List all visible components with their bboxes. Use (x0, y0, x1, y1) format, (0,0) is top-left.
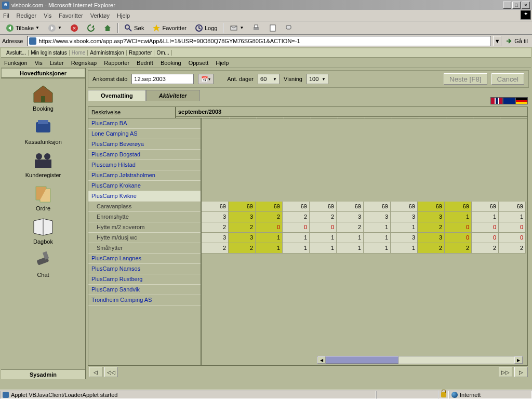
sidebar-sysadmin[interactable]: Sysadmin (1, 369, 85, 379)
days-select[interactable]: 60▼ (258, 74, 280, 84)
resource-row[interactable]: Enromshytte (88, 212, 201, 222)
value-cell[interactable]: 0 (472, 233, 499, 243)
sidebar-item-kunderegister[interactable]: Kunderegister (17, 149, 69, 178)
breadcrumb-item[interactable]: Rapporter (127, 50, 154, 56)
mail-button[interactable]: ▼ (226, 22, 247, 34)
appmenu-item[interactable]: Hjelp (216, 60, 229, 66)
sidebar-item-booking[interactable]: Booking (17, 83, 69, 112)
value-cell[interactable]: 3 (229, 212, 256, 222)
calendar-button[interactable]: 📅▾ (198, 74, 214, 84)
property-row[interactable]: PlusCamp Namsos (88, 264, 201, 274)
property-row[interactable]: Trondheim Camping AS (88, 295, 201, 305)
value-cell[interactable]: 1 (310, 243, 337, 253)
refresh-button[interactable] (83, 22, 99, 34)
value-cell[interactable]: 3 (202, 212, 229, 222)
back-button[interactable]: Tilbake ▼ (2, 22, 43, 34)
menu-tools[interactable]: Verktøy (90, 12, 110, 19)
value-cell[interactable]: 69 (310, 202, 337, 211)
property-row[interactable]: PlusCamp BA (88, 118, 201, 129)
appmenu-item[interactable]: Bedrift (137, 60, 153, 66)
appmenu-item[interactable]: Regnskap (71, 60, 97, 66)
value-cell[interactable]: 69 (202, 202, 229, 211)
property-row[interactable]: PlusCamp Langnes (88, 254, 201, 264)
value-cell[interactable]: 0 (310, 222, 337, 232)
appmenu-item[interactable]: Funksjon (4, 60, 28, 66)
cancel-button[interactable]: Cancel (491, 73, 525, 85)
value-cell[interactable]: 2 (499, 243, 526, 253)
value-cell[interactable]: 1 (391, 222, 418, 232)
menu-file[interactable]: Fil (3, 12, 9, 19)
value-cell[interactable]: 1 (364, 222, 391, 232)
value-cell[interactable]: 2 (202, 222, 229, 232)
value-cell[interactable]: 3 (229, 233, 256, 243)
value-cell[interactable]: 3 (364, 212, 391, 222)
sidebar-item-kassafunksjon[interactable]: Kassafunksjon (17, 116, 69, 145)
property-row[interactable]: PlusCamp Jølstraholmen (88, 170, 201, 181)
scroll-thumb[interactable] (326, 356, 398, 364)
horizontal-scrollbar[interactable]: ◀ ▶ (317, 356, 523, 364)
value-cell[interactable]: 1 (445, 212, 472, 222)
go-button[interactable]: Gå til (503, 36, 530, 46)
value-cell[interactable]: 69 (445, 202, 472, 211)
appmenu-item[interactable]: Oppsett (189, 60, 209, 66)
value-cell[interactable]: 2 (283, 212, 310, 222)
property-row[interactable]: Pluscamp Hilstad (88, 160, 201, 170)
value-cell[interactable]: 3 (418, 212, 445, 222)
value-cell[interactable]: 3 (391, 212, 418, 222)
property-row[interactable]: PlusCamp Rustberg (88, 274, 201, 285)
menu-favorites[interactable]: Favoritter (59, 12, 83, 19)
discuss-button[interactable] (282, 22, 297, 34)
value-cell[interactable]: 2 (229, 243, 256, 253)
menu-view[interactable]: Vis (44, 12, 51, 19)
value-cell[interactable]: 2 (418, 222, 445, 232)
value-cell[interactable]: 1 (256, 233, 283, 243)
menu-edit[interactable]: Rediger (17, 12, 37, 19)
maximize-button[interactable]: □ (512, 2, 521, 9)
value-cell[interactable]: 69 (472, 202, 499, 211)
breadcrumb-item[interactable]: Avslutt... (4, 50, 29, 56)
value-cell[interactable]: 2 (445, 243, 472, 253)
property-row[interactable]: PlusCamp Krokane (88, 181, 201, 191)
value-cell[interactable]: 2 (418, 243, 445, 253)
value-cell[interactable]: 69 (256, 202, 283, 211)
value-cell[interactable]: 2 (202, 243, 229, 253)
resource-row[interactable]: Småhytter (88, 243, 201, 254)
nav-first-button[interactable]: ◁ (89, 367, 102, 377)
close-button[interactable]: × (522, 2, 530, 9)
property-row[interactable]: Lone Camping AS (88, 129, 201, 139)
value-cell[interactable]: 0 (445, 233, 472, 243)
value-cell[interactable]: 69 (229, 202, 256, 211)
appmenu-item[interactable]: Vis (35, 60, 43, 66)
search-button[interactable]: Søk (121, 22, 148, 34)
nav-last-button[interactable]: ▷ (514, 367, 528, 377)
sidebar-item-ordre[interactable]: Ordre (17, 182, 69, 211)
value-cell[interactable]: 1 (391, 243, 418, 253)
value-cell[interactable]: 3 (337, 212, 364, 222)
value-cell[interactable]: 1 (283, 233, 310, 243)
value-cell[interactable]: 3 (202, 233, 229, 243)
value-cell[interactable]: 2 (472, 243, 499, 253)
value-cell[interactable]: 1 (499, 212, 526, 222)
value-cell[interactable]: 0 (499, 233, 526, 243)
value-cell[interactable]: 1 (256, 243, 283, 253)
value-cell[interactable]: 1 (337, 243, 364, 253)
value-cell[interactable]: 1 (364, 243, 391, 253)
value-cell[interactable]: 1 (310, 233, 337, 243)
value-cell[interactable]: 3 (418, 233, 445, 243)
scroll-right-button[interactable]: ▶ (514, 356, 523, 364)
value-cell[interactable]: 3 (391, 233, 418, 243)
menu-help[interactable]: Hjelp (117, 12, 130, 19)
forward-button[interactable]: ▼ (44, 22, 65, 34)
tab-overnatting[interactable]: Overnatting (88, 90, 146, 101)
minimize-button[interactable]: _ (503, 2, 511, 9)
address-input[interactable]: https://www.visbook.com/app.asp?WCI=cwiA… (27, 36, 491, 46)
resource-row[interactable]: Hytte m/dusj wc (88, 233, 201, 243)
appmenu-item[interactable]: Lister (50, 60, 64, 66)
edit-button[interactable] (265, 22, 281, 34)
value-cell[interactable]: 69 (364, 202, 391, 211)
property-row[interactable]: PlusCamp Bogstad (88, 150, 201, 160)
nav-prev-button[interactable]: ◁◁ (104, 367, 118, 377)
breadcrumb-item[interactable]: Min login status (29, 50, 69, 56)
stop-button[interactable]: × (66, 22, 82, 34)
sidebar-item-chat[interactable]: Chat (17, 249, 69, 278)
